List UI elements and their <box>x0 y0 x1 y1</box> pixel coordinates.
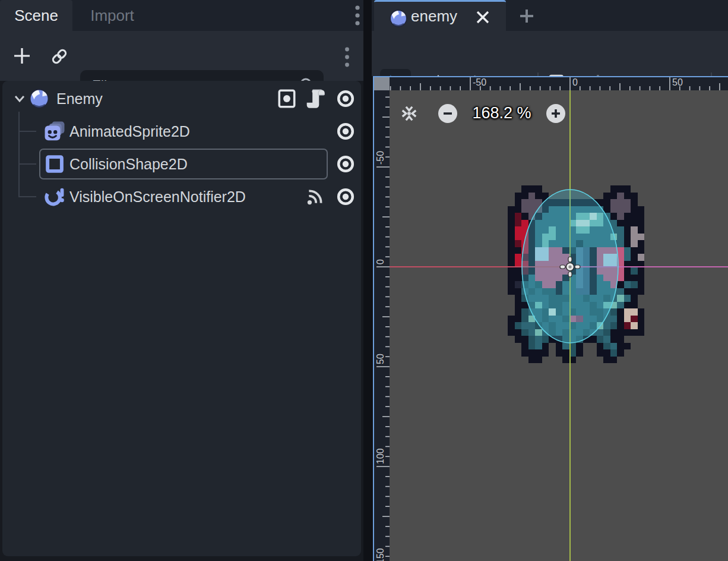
scene-dock-toolbar <box>0 31 363 81</box>
move-tool-button[interactable] <box>423 69 454 76</box>
instance-scene-button[interactable] <box>49 46 70 67</box>
close-icon[interactable] <box>475 10 490 25</box>
zoom-in-button[interactable] <box>546 104 565 123</box>
animated-sprite2d-icon <box>43 119 67 143</box>
tab-scene-label: Scene <box>14 7 58 25</box>
tree-row-enemy[interactable]: Enemy <box>2 83 361 114</box>
scene-tab-label: enemy <box>411 7 457 26</box>
node-name: CollisionShape2D <box>69 156 188 173</box>
scene-tab-enemy[interactable]: enemy <box>374 0 506 31</box>
dock-tab-bar: Scene Import <box>0 0 363 31</box>
pivot-tool-button[interactable] <box>583 69 614 76</box>
node-name: VisibleOnScreenNotifier2D <box>69 188 246 206</box>
visibility-icon[interactable] <box>335 153 356 175</box>
group-icon[interactable] <box>277 88 297 109</box>
canvas-overlay <box>390 90 728 561</box>
add-node-button[interactable] <box>11 45 33 67</box>
kebab-menu-icon <box>344 47 350 67</box>
canvas-2d[interactable]: 168.2 % <box>390 90 728 561</box>
plus-icon <box>12 46 31 65</box>
scene-dock: Scene Import <box>0 0 363 561</box>
scene-tree: Enemy <box>2 81 361 556</box>
ruler-label: -50 <box>473 77 486 88</box>
tree-row-collisionshape2d[interactable]: CollisionShape2D <box>2 149 361 179</box>
collision-shape2d-icon <box>43 153 66 175</box>
tree-row-visibleonscreennotifier2d[interactable]: VisibleOnScreenNotifier2D <box>2 181 361 212</box>
ruler-label: 0 <box>572 77 578 88</box>
center-view-icon[interactable] <box>400 105 418 122</box>
zoom-percent-label[interactable]: 168.2 % <box>457 104 546 122</box>
plus-icon <box>518 7 536 25</box>
ruler-label: -50 <box>375 151 386 165</box>
link-icon <box>49 46 69 67</box>
rotate-tool-button[interactable] <box>463 69 494 76</box>
tab-scene[interactable]: Scene <box>0 0 72 31</box>
visible-on-screen-notifier2d-icon <box>43 185 66 208</box>
minus-icon <box>442 108 454 119</box>
ruler-label: 150 <box>375 548 386 561</box>
ruler-tool-button[interactable] <box>659 69 690 76</box>
tree-row-animatedsprite2d[interactable]: AnimatedSprite2D <box>2 116 361 147</box>
scale-tool-button[interactable] <box>500 69 531 76</box>
ruler-label: 100 <box>375 448 386 464</box>
plus-icon <box>550 108 562 119</box>
select-tool-button[interactable] <box>380 69 411 76</box>
node-name: AnimatedSprite2D <box>69 123 190 140</box>
ruler-corner <box>374 77 390 90</box>
vertical-ruler[interactable]: -50050100150 <box>374 90 390 561</box>
node-name: Enemy <box>56 90 103 108</box>
tree-options-button[interactable] <box>337 46 356 68</box>
scene-tab-bar: enemy <box>372 0 728 31</box>
visibility-icon[interactable] <box>335 121 356 142</box>
tab-import[interactable]: Import <box>72 0 152 31</box>
scene-icon <box>388 8 409 29</box>
pan-tool-button[interactable] <box>621 69 652 76</box>
tab-import-label: Import <box>90 7 134 25</box>
kebab-menu-icon <box>354 5 360 26</box>
list-select-tool-button[interactable] <box>543 69 574 76</box>
enemy-node-icon <box>28 87 50 110</box>
horizontal-ruler[interactable]: -50050 <box>390 77 728 90</box>
signal-connection-icon[interactable] <box>305 187 325 207</box>
new-scene-tab-button[interactable] <box>517 6 537 26</box>
collapse-chevron-icon[interactable] <box>12 92 27 106</box>
visibility-icon[interactable] <box>335 88 356 109</box>
canvas-toolbar <box>372 31 728 76</box>
visibility-icon[interactable] <box>335 186 356 207</box>
ruler-label: 50 <box>375 354 386 364</box>
main-viewport-panel: enemy <box>372 0 728 561</box>
zoom-out-button[interactable] <box>438 104 457 123</box>
ruler-label: 50 <box>672 77 683 88</box>
script-icon[interactable] <box>305 87 327 110</box>
smart-snap-button[interactable] <box>713 69 728 76</box>
godot-editor: Scene Import <box>0 0 728 561</box>
dock-menu-button[interactable] <box>348 4 367 27</box>
ruler-label: 0 <box>375 259 386 264</box>
